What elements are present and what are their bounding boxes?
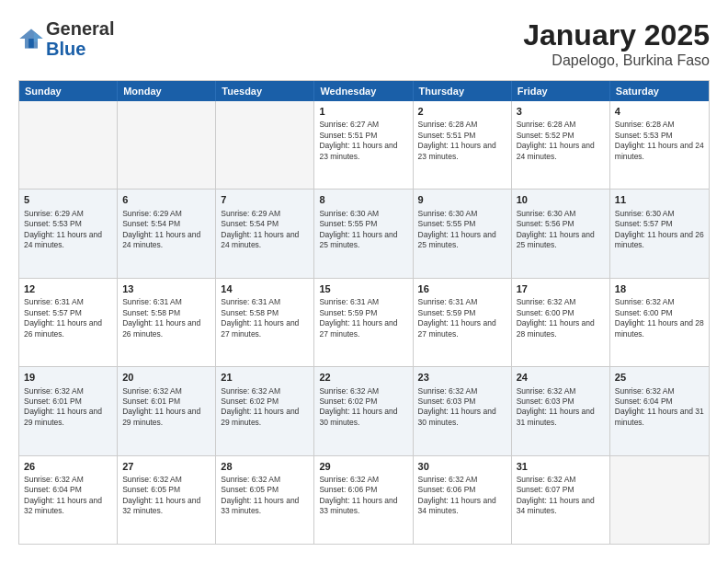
day-number: 11: [615, 193, 704, 206]
day-cell-8: 8 Sunrise: 6:30 AM Sunset: 5:55 PM Dayli…: [314, 190, 413, 277]
cell-info: Sunrise: 6:32 AM Sunset: 6:03 PM Dayligh…: [418, 386, 506, 429]
cell-info: Sunrise: 6:31 AM Sunset: 5:58 PM Dayligh…: [122, 297, 210, 339]
day-cell-2: 2 Sunrise: 6:28 AM Sunset: 5:51 PM Dayli…: [414, 101, 512, 189]
day-number: 10: [517, 193, 605, 206]
header: General Blue January 2025 Dapelogo, Burk…: [18, 18, 710, 69]
cell-info: Sunrise: 6:32 AM Sunset: 6:07 PM Dayligh…: [517, 475, 605, 517]
calendar-body: 1 Sunrise: 6:27 AM Sunset: 5:51 PM Dayli…: [19, 101, 709, 544]
day-number: 12: [24, 282, 112, 295]
cell-info: Sunrise: 6:32 AM Sunset: 6:01 PM Dayligh…: [24, 386, 112, 429]
day-number: 15: [319, 282, 407, 295]
day-number: 21: [221, 371, 309, 384]
cell-info: Sunrise: 6:30 AM Sunset: 5:56 PM Dayligh…: [517, 209, 605, 251]
calendar-row-4: 19 Sunrise: 6:32 AM Sunset: 6:01 PM Dayl…: [19, 366, 709, 454]
day-cell-5: 5 Sunrise: 6:29 AM Sunset: 5:53 PM Dayli…: [19, 190, 118, 277]
day-cell-11: 11 Sunrise: 6:30 AM Sunset: 5:57 PM Dayl…: [610, 190, 709, 277]
day-number: 1: [319, 105, 407, 118]
page: General Blue January 2025 Dapelogo, Burk…: [0, 0, 728, 563]
day-number: 29: [319, 460, 407, 473]
day-number: 25: [615, 371, 704, 384]
day-cell-6: 6 Sunrise: 6:29 AM Sunset: 5:54 PM Dayli…: [118, 190, 216, 277]
cell-info: Sunrise: 6:32 AM Sunset: 6:00 PM Dayligh…: [615, 297, 704, 339]
calendar-row-3: 12 Sunrise: 6:31 AM Sunset: 5:57 PM Dayl…: [19, 278, 709, 366]
day-cell-21: 21 Sunrise: 6:32 AM Sunset: 6:02 PM Dayl…: [216, 367, 314, 454]
day-number: 7: [221, 193, 309, 206]
cell-info: Sunrise: 6:29 AM Sunset: 5:54 PM Dayligh…: [221, 209, 309, 251]
day-cell-16: 16 Sunrise: 6:31 AM Sunset: 5:59 PM Dayl…: [414, 279, 512, 366]
header-day-monday: Monday: [118, 81, 216, 101]
day-cell-31: 31 Sunrise: 6:32 AM Sunset: 6:07 PM Dayl…: [512, 456, 610, 544]
day-cell-24: 24 Sunrise: 6:32 AM Sunset: 6:03 PM Dayl…: [512, 367, 610, 454]
day-cell-10: 10 Sunrise: 6:30 AM Sunset: 5:56 PM Dayl…: [512, 190, 610, 277]
day-cell-1: 1 Sunrise: 6:27 AM Sunset: 5:51 PM Dayli…: [314, 101, 413, 189]
header-day-thursday: Thursday: [414, 81, 512, 101]
day-cell-7: 7 Sunrise: 6:29 AM Sunset: 5:54 PM Dayli…: [216, 190, 314, 277]
day-number: 8: [319, 193, 407, 206]
cell-info: Sunrise: 6:32 AM Sunset: 6:05 PM Dayligh…: [122, 475, 210, 517]
day-number: 9: [418, 193, 506, 206]
cell-info: Sunrise: 6:31 AM Sunset: 5:59 PM Dayligh…: [319, 297, 407, 339]
day-number: 19: [24, 371, 112, 384]
day-number: 2: [418, 105, 506, 118]
header-day-sunday: Sunday: [19, 81, 118, 101]
cell-info: Sunrise: 6:31 AM Sunset: 5:59 PM Dayligh…: [418, 297, 506, 339]
day-cell-30: 30 Sunrise: 6:32 AM Sunset: 6:06 PM Dayl…: [414, 456, 512, 544]
header-day-tuesday: Tuesday: [216, 81, 314, 101]
day-number: 13: [122, 282, 210, 295]
day-number: 3: [517, 105, 605, 118]
calendar-title: January 2025: [523, 18, 710, 52]
day-cell-12: 12 Sunrise: 6:31 AM Sunset: 5:57 PM Dayl…: [19, 279, 118, 366]
calendar-row-5: 26 Sunrise: 6:32 AM Sunset: 6:04 PM Dayl…: [19, 455, 709, 544]
day-number: 5: [24, 193, 112, 206]
day-cell-15: 15 Sunrise: 6:31 AM Sunset: 5:59 PM Dayl…: [314, 279, 413, 366]
empty-cell: [216, 101, 314, 189]
day-number: 30: [418, 460, 506, 473]
day-cell-19: 19 Sunrise: 6:32 AM Sunset: 6:01 PM Dayl…: [19, 367, 118, 454]
day-number: 6: [122, 193, 210, 206]
cell-info: Sunrise: 6:32 AM Sunset: 6:04 PM Dayligh…: [24, 475, 112, 517]
day-cell-22: 22 Sunrise: 6:32 AM Sunset: 6:02 PM Dayl…: [314, 367, 413, 454]
empty-cell: [610, 456, 709, 544]
day-number: 26: [24, 460, 112, 473]
day-cell-27: 27 Sunrise: 6:32 AM Sunset: 6:05 PM Dayl…: [118, 456, 216, 544]
empty-cell: [19, 101, 118, 189]
header-day-saturday: Saturday: [610, 81, 709, 101]
cell-info: Sunrise: 6:29 AM Sunset: 5:53 PM Dayligh…: [24, 209, 112, 251]
cell-info: Sunrise: 6:31 AM Sunset: 5:58 PM Dayligh…: [221, 297, 309, 339]
day-number: 20: [122, 371, 210, 384]
calendar: SundayMondayTuesdayWednesdayThursdayFrid…: [18, 80, 710, 545]
day-number: 31: [517, 460, 605, 473]
day-number: 16: [418, 282, 506, 295]
cell-info: Sunrise: 6:29 AM Sunset: 5:54 PM Dayligh…: [122, 209, 210, 251]
cell-info: Sunrise: 6:28 AM Sunset: 5:52 PM Dayligh…: [517, 120, 605, 162]
cell-info: Sunrise: 6:32 AM Sunset: 6:00 PM Dayligh…: [517, 297, 605, 339]
day-cell-26: 26 Sunrise: 6:32 AM Sunset: 6:04 PM Dayl…: [19, 456, 118, 544]
cell-info: Sunrise: 6:32 AM Sunset: 6:06 PM Dayligh…: [319, 475, 407, 517]
cell-info: Sunrise: 6:32 AM Sunset: 6:03 PM Dayligh…: [517, 386, 605, 429]
day-cell-3: 3 Sunrise: 6:28 AM Sunset: 5:52 PM Dayli…: [512, 101, 610, 189]
day-number: 23: [418, 371, 506, 384]
day-cell-29: 29 Sunrise: 6:32 AM Sunset: 6:06 PM Dayl…: [314, 456, 413, 544]
day-number: 18: [615, 282, 704, 295]
day-number: 4: [615, 105, 704, 118]
cell-info: Sunrise: 6:30 AM Sunset: 5:57 PM Dayligh…: [615, 209, 704, 251]
calendar-header: SundayMondayTuesdayWednesdayThursdayFrid…: [19, 81, 709, 101]
day-number: 24: [517, 371, 605, 384]
title-block: January 2025 Dapelogo, Burkina Faso: [523, 18, 710, 69]
day-cell-14: 14 Sunrise: 6:31 AM Sunset: 5:58 PM Dayl…: [216, 279, 314, 366]
day-number: 17: [517, 282, 605, 295]
day-cell-13: 13 Sunrise: 6:31 AM Sunset: 5:58 PM Dayl…: [118, 279, 216, 366]
cell-info: Sunrise: 6:32 AM Sunset: 6:05 PM Dayligh…: [221, 475, 309, 517]
day-number: 28: [221, 460, 309, 473]
day-cell-20: 20 Sunrise: 6:32 AM Sunset: 6:01 PM Dayl…: [118, 367, 216, 454]
cell-info: Sunrise: 6:28 AM Sunset: 5:53 PM Dayligh…: [615, 120, 704, 162]
cell-info: Sunrise: 6:32 AM Sunset: 6:02 PM Dayligh…: [221, 386, 309, 429]
day-cell-4: 4 Sunrise: 6:28 AM Sunset: 5:53 PM Dayli…: [610, 101, 709, 189]
day-number: 27: [122, 460, 210, 473]
empty-cell: [118, 101, 216, 189]
calendar-row-1: 1 Sunrise: 6:27 AM Sunset: 5:51 PM Dayli…: [19, 101, 709, 189]
calendar-subtitle: Dapelogo, Burkina Faso: [523, 52, 710, 69]
day-number: 22: [319, 371, 407, 384]
header-day-wednesday: Wednesday: [314, 81, 413, 101]
day-cell-23: 23 Sunrise: 6:32 AM Sunset: 6:03 PM Dayl…: [414, 367, 512, 454]
